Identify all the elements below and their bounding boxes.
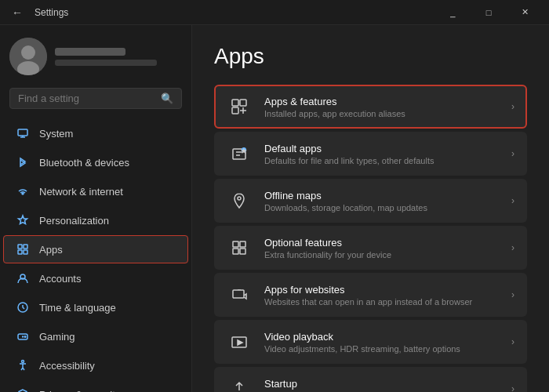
svg-point-25 [238,197,241,200]
sidebar-item-privacy[interactable]: Privacy & security [3,380,188,392]
apps-websites-text: Apps for websites Websites that can open… [264,284,499,307]
svg-rect-29 [240,249,245,254]
startup-icon [227,376,252,392]
profile-info [55,48,182,66]
settings-item-offline-maps[interactable]: Offline maps Downloads, storage location… [214,179,527,223]
apps-icon [16,242,30,256]
apps-features-icon [227,94,252,119]
sidebar-item-time-label: Time & language [39,302,116,314]
apps-features-chevron: › [511,101,514,112]
svg-rect-9 [24,250,27,254]
settings-item-optional-features[interactable]: Optional features Extra functionality fo… [214,226,527,270]
apps-websites-chevron: › [511,289,514,300]
sidebar-item-accessibility-label: Accessibility [39,360,95,372]
network-icon [16,184,30,198]
sidebar-item-apps[interactable]: Apps [3,235,188,263]
close-button[interactable]: ✕ [507,0,543,25]
offline-maps-title: Offline maps [264,190,499,201]
svg-rect-19 [232,107,238,114]
gaming-icon [16,329,30,343]
maximize-button[interactable]: □ [471,0,507,25]
settings-item-apps-features[interactable]: Apps & features Installed apps, app exec… [214,85,527,129]
settings-item-apps-websites[interactable]: Apps for websites Websites that can open… [214,273,527,317]
back-button[interactable]: ← [6,2,28,24]
sidebar-item-privacy-label: Privacy & security [39,389,120,393]
minimize-button[interactable]: ⎯ [434,0,471,25]
apps-features-desc: Installed apps, app execution aliases [264,109,499,118]
titlebar: ← Settings ⎯ □ ✕ [0,0,549,25]
system-icon [16,126,30,140]
startup-title: Startup [264,378,499,390]
search-box[interactable]: 🔍 [9,88,182,109]
sidebar-item-bluetooth-label: Bluetooth & devices [39,157,129,169]
sidebar-item-network[interactable]: Network & internet [3,177,188,205]
sidebar-item-personalization-label: Personalization [39,215,109,227]
sidebar-item-accessibility[interactable]: Accessibility [3,351,188,379]
default-apps-chevron: › [511,148,514,159]
startup-text: Startup Apps that start automatically wh… [264,378,499,393]
settings-item-default-apps[interactable]: ★ Default apps Defaults for file and lin… [214,132,527,176]
video-playback-icon [227,329,252,354]
sidebar-item-accounts-label: Accounts [39,273,81,285]
settings-item-video-playback[interactable]: Video playback Video adjustments, HDR st… [214,320,527,364]
settings-item-startup[interactable]: Startup Apps that start automatically wh… [214,367,527,392]
page-title: Apps [214,44,527,69]
accounts-icon [16,271,30,285]
svg-point-1 [21,45,35,60]
profile-email [55,60,157,66]
default-apps-icon: ★ [227,141,252,166]
svg-text:★: ★ [242,149,245,153]
avatar [9,38,47,75]
offline-maps-desc: Downloads, storage location, map updates [264,203,499,212]
video-playback-text: Video playback Video adjustments, HDR st… [264,331,499,354]
sidebar-item-gaming[interactable]: Gaming [3,322,188,350]
profile-area[interactable] [0,25,191,85]
sidebar-item-network-label: Network & internet [39,186,123,198]
optional-features-icon [227,235,252,260]
personalization-icon [16,213,30,227]
optional-features-title: Optional features [264,237,499,249]
svg-rect-30 [233,290,244,298]
svg-rect-6 [18,245,22,249]
apps-websites-title: Apps for websites [264,284,499,296]
search-container: 🔍 [0,85,191,118]
svg-rect-26 [233,241,238,247]
video-playback-title: Video playback [264,331,499,343]
apps-websites-icon [227,282,252,307]
sidebar-item-bluetooth[interactable]: Bluetooth & devices [3,148,188,176]
main-content: Apps Apps & features Installed apps, app… [192,25,549,392]
startup-chevron: › [511,383,514,392]
offline-maps-chevron: › [511,195,514,206]
titlebar-left: ← Settings [6,2,68,24]
svg-rect-3 [18,129,27,136]
accessibility-icon [16,358,30,372]
optional-features-text: Optional features Extra functionality fo… [264,237,499,260]
sidebar-item-time[interactable]: Time & language [3,293,188,321]
svg-rect-8 [18,250,22,254]
search-icon: 🔍 [161,93,173,104]
settings-list: Apps & features Installed apps, app exec… [214,85,527,392]
titlebar-title: Settings [35,7,68,18]
offline-maps-text: Offline maps Downloads, storage location… [264,190,499,212]
optional-features-chevron: › [511,242,514,253]
search-input[interactable] [18,93,155,104]
offline-maps-icon [227,188,252,213]
app-container: 🔍 System [0,25,549,392]
sidebar: 🔍 System [0,25,192,392]
time-icon [16,300,30,314]
sidebar-item-system[interactable]: System [3,119,188,147]
svg-rect-17 [232,100,238,106]
video-playback-desc: Video adjustments, HDR streaming, batter… [264,344,499,354]
svg-point-15 [24,336,26,338]
svg-rect-28 [233,249,238,254]
default-apps-title: Default apps [264,143,499,154]
profile-name [55,48,125,56]
apps-websites-desc: Websites that can open in an app instead… [264,297,499,307]
window-controls: ⎯ □ ✕ [434,0,543,25]
sidebar-item-personalization[interactable]: Personalization [3,206,188,234]
sidebar-item-accounts[interactable]: Accounts [3,264,188,292]
svg-rect-7 [24,245,27,249]
bluetooth-icon [16,155,30,169]
default-apps-desc: Defaults for file and link types, other … [264,156,499,165]
sidebar-item-gaming-label: Gaming [39,331,75,343]
